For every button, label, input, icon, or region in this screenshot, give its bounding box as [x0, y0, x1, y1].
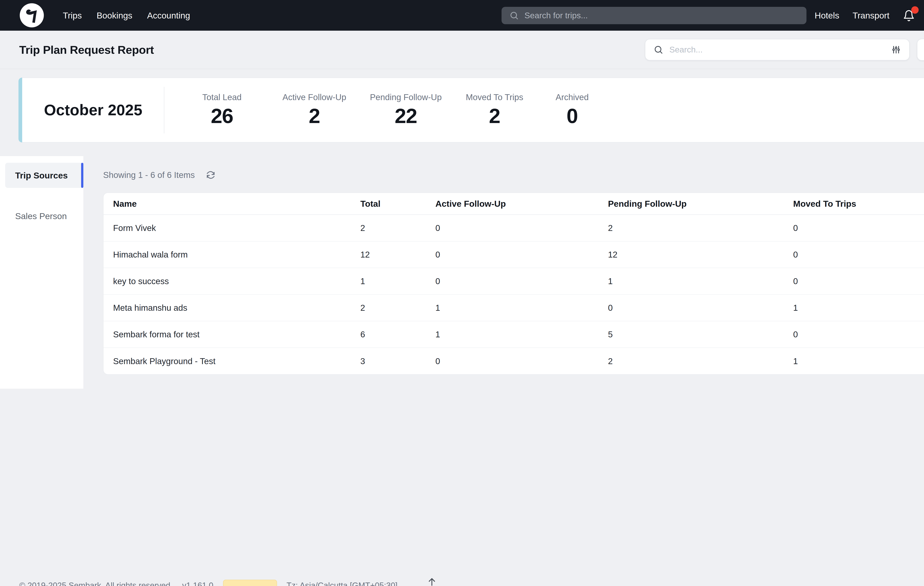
cell-active: 0: [426, 241, 598, 268]
nav-item-accounting[interactable]: Accounting: [147, 10, 190, 20]
cell-active: 0: [426, 348, 598, 374]
table-row: Sembark forma for test 6 1 5 0 0: [104, 321, 924, 348]
results-count: Showing 1 - 6 of 6 Items: [103, 170, 195, 180]
search-icon: [653, 45, 663, 55]
table-row: Himachal wala form 12 0 12 0 0: [104, 241, 924, 268]
stat-active-follow-up: Active Follow-Up 2: [268, 92, 361, 128]
stat-total-lead: Total Lead 26: [176, 92, 268, 128]
summary-card: October 2025 Total Lead 26 Active Follow…: [18, 77, 924, 142]
tab-label: Trip Sources: [15, 170, 68, 181]
filter-sliders-icon[interactable]: [891, 45, 901, 55]
cell-active: 0: [426, 215, 598, 241]
stat-value: 2: [451, 104, 538, 128]
tab-label: Sales Person: [15, 211, 67, 221]
cell-moved: 1: [784, 295, 924, 321]
summary-month-block: October 2025: [19, 87, 164, 133]
column-header-pending-follow-up: Pending Follow-Up: [598, 193, 784, 215]
cell-total: 3: [351, 348, 426, 374]
nav-item-transport[interactable]: Transport: [853, 10, 889, 20]
stat-archived: Archived 0: [538, 92, 606, 128]
table-row: Sembark Playground - Test 3 0 2 1 0: [104, 348, 924, 374]
nav-item-trips[interactable]: Trips: [63, 10, 82, 20]
navbar-right-group: Hotels Transport What's New THAILAND: [815, 5, 924, 26]
cell-pending: 0: [598, 295, 784, 321]
stat-label: Moved To Trips: [451, 92, 538, 102]
cell-total: 2: [351, 215, 426, 241]
global-search-input[interactable]: [525, 11, 799, 20]
top-navbar: Trips Bookings Accounting Hotels Transpo…: [0, 0, 924, 31]
cell-moved: 0: [784, 268, 924, 295]
cell-moved: 0: [784, 241, 924, 268]
cell-pending: 2: [598, 348, 784, 374]
cell-moved: 0: [784, 215, 924, 241]
header-controls: Month: [645, 39, 924, 61]
column-header-total: Total: [351, 193, 426, 215]
global-trip-search[interactable]: [502, 7, 807, 24]
nav-item-hotels[interactable]: Hotels: [815, 10, 839, 20]
column-header-moved-to-trips: Moved To Trips: [784, 193, 924, 215]
tab-trip-sources[interactable]: Trip Sources: [5, 163, 83, 188]
results-toolbar: Showing 1 - 6 of 6 Items: [103, 169, 216, 181]
column-header-active-follow-up: Active Follow-Up: [426, 193, 598, 215]
cell-name: Form Vivek: [104, 215, 351, 241]
cell-total: 2: [351, 295, 426, 321]
stat-label: Active Follow-Up: [268, 92, 361, 102]
stat-value: 22: [361, 104, 451, 128]
nav-item-bookings[interactable]: Bookings: [97, 10, 132, 20]
cell-name: Himachal wala form: [104, 241, 351, 268]
timezone-text: Tz: Asia/Calcutta [GMT+05:30]: [287, 581, 398, 586]
summary-stats: Total Lead 26 Active Follow-Up 2 Pending…: [176, 92, 606, 128]
cell-active: 1: [426, 321, 598, 348]
report-tabs-sidebar: Trip Sources Sales Person: [0, 156, 83, 389]
column-header-name: Name: [104, 193, 351, 215]
scroll-to-top-button[interactable]: [427, 576, 437, 586]
page-title: Trip Plan Request Report: [19, 43, 154, 56]
cell-total: 1: [351, 268, 426, 295]
summary-accent-stripe: [18, 77, 22, 142]
trip-sources-table: Name Total Active Follow-Up Pending Foll…: [104, 193, 924, 374]
cell-total: 6: [351, 321, 426, 348]
summary-month: October 2025: [44, 101, 142, 119]
cell-pending: 12: [598, 241, 784, 268]
tab-sales-person[interactable]: Sales Person: [5, 203, 83, 229]
stat-moved-to-trips: Moved To Trips 2: [451, 92, 538, 128]
table-row: Meta himanshu ads 2 1 0 1 0: [104, 295, 924, 321]
stat-label: Total Lead: [176, 92, 268, 102]
version-badge[interactable]: [223, 580, 277, 586]
stat-label: Pending Follow-Up: [361, 92, 451, 102]
search-icon: [509, 11, 519, 20]
table-header-row: Name Total Active Follow-Up Pending Foll…: [104, 193, 924, 215]
cell-pending: 1: [598, 268, 784, 295]
copyright-text: © 2019-2025 Sembark. All rights reserved…: [19, 581, 173, 586]
report-search[interactable]: [645, 39, 909, 61]
table-row: Form Vivek 2 0 2 0 0: [104, 215, 924, 241]
arrow-up-icon: [427, 576, 437, 586]
cell-name: Meta himanshu ads: [104, 295, 351, 321]
previous-period-button[interactable]: [917, 39, 924, 61]
cell-pending: 5: [598, 321, 784, 348]
refresh-icon: [206, 170, 216, 180]
stat-pending-follow-up: Pending Follow-Up 22: [361, 92, 451, 128]
notification-dot: [911, 6, 919, 14]
page-footer: © 2019-2025 Sembark. All rights reserved…: [19, 581, 398, 586]
cell-pending: 2: [598, 215, 784, 241]
report-search-input[interactable]: [669, 45, 885, 54]
stat-label: Archived: [538, 92, 606, 102]
cell-name: Sembark forma for test: [104, 321, 351, 348]
stat-value: 2: [268, 104, 361, 128]
stat-value: 0: [538, 104, 606, 128]
stat-value: 26: [176, 104, 268, 128]
cell-name: Sembark Playground - Test: [104, 348, 351, 374]
cell-moved: 1: [784, 348, 924, 374]
brand-logo[interactable]: [19, 3, 45, 28]
cell-name: key to success: [104, 268, 351, 295]
cell-active: 1: [426, 295, 598, 321]
primary-nav: Trips Bookings Accounting: [63, 10, 190, 20]
cell-moved: 0: [784, 321, 924, 348]
app-version: v1.161.0: [182, 581, 213, 586]
table-row: key to success 1 0 1 0 0: [104, 268, 924, 295]
page-header: Trip Plan Request Report Mon: [0, 31, 924, 69]
cell-total: 12: [351, 241, 426, 268]
notifications-button[interactable]: [903, 9, 915, 22]
refresh-button[interactable]: [206, 170, 216, 180]
